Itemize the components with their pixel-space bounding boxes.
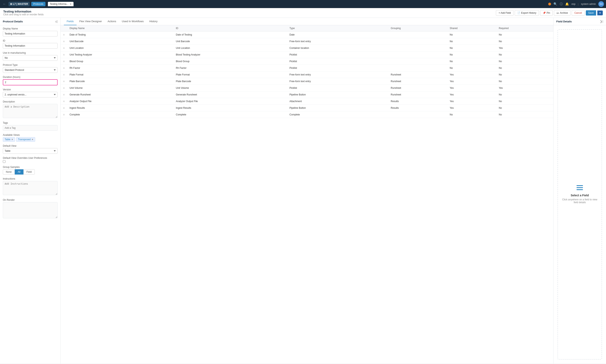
description-field: Description [3, 100, 57, 119]
table-row[interactable]: ≡ Analyzer Output File Analyzer Output F… [61, 98, 553, 105]
app-grid-icon: ⊞ [10, 3, 12, 5]
drag-handle-cell: ≡ [61, 85, 67, 91]
notifications-icon[interactable]: 🔔 [565, 2, 569, 6]
cell-shared: Yes [447, 105, 496, 111]
view-tag-transposed-label: Transposed [18, 138, 31, 141]
version-field: Version 2. unpinned versio... [3, 88, 57, 97]
table-row[interactable]: ≡ Plate Barcode Plate Barcode Free-form … [61, 78, 553, 85]
group-samples-none-button[interactable]: None [3, 169, 15, 175]
protocol-details-title: Protocol Details [3, 20, 23, 23]
table-row[interactable]: ≡ Plate Format Plate Format Free-form te… [61, 71, 553, 78]
export-history-button[interactable]: 📄 Export History [515, 10, 539, 16]
protocols-button[interactable]: Protocols [31, 2, 45, 6]
cell-shared: No [447, 31, 496, 38]
cell-display-name: Unit Volume [67, 85, 173, 91]
protocol-type-label: Protocol Type [3, 64, 57, 66]
drag-handle-cell: ≡ [61, 111, 67, 118]
add-field-button[interactable]: + Add Field [496, 10, 513, 16]
default-view-select[interactable]: Table Transposed [3, 148, 57, 154]
field-details-empty-state: Select a Field Click anywhere on a field… [558, 29, 602, 360]
nav-tab: Testing Informa... ✕ [48, 2, 73, 6]
instructions-textarea[interactable] [3, 181, 57, 195]
table-row[interactable]: ≡ Unit Volume Unit Volume Picklist Runsh… [61, 85, 553, 91]
save-dropdown-button[interactable]: ▼ [597, 11, 603, 15]
group-samples-all-button[interactable]: All [15, 169, 23, 175]
cell-grouping [388, 31, 447, 38]
nav-tab-close-icon[interactable]: ✕ [70, 3, 71, 5]
expand-panel-button[interactable]: ❯| [600, 20, 603, 23]
cell-display-name: Ingest Results [67, 105, 173, 111]
table-row[interactable]: ≡ Unit Testing Analyzer Blood Testing An… [61, 52, 553, 58]
on-render-textarea[interactable] [3, 202, 57, 218]
table-row[interactable]: ≡ Blood Group Blood Group Picklist No No [61, 58, 553, 65]
cell-required: No [496, 71, 553, 78]
group-samples-buttons: None All Field [3, 169, 57, 175]
id-input[interactable] [3, 43, 57, 49]
nav-right-section: 🔍 ⓘ 🔔 esp | system admin SA [548, 1, 604, 7]
use-in-manufacturing-select[interactable]: No Yes [3, 55, 57, 61]
cell-display-name: Blood Group [67, 58, 173, 65]
user-lang: esp [571, 3, 575, 5]
col-required: Required [496, 25, 553, 31]
archive-button[interactable]: 🗂 Archive [554, 10, 570, 16]
cell-type: Pipeline Button [287, 105, 388, 111]
table-row[interactable]: ≡ Complete Complete Complete No No [61, 111, 553, 118]
table-row[interactable]: ≡ Generate Runsheet Generate Runsheet Pi… [61, 91, 553, 98]
tags-input[interactable] [3, 125, 57, 131]
table-row[interactable]: ≡ Date of Testing Date of Testing Date N… [61, 31, 553, 38]
table-header: Display Name ID Type Grouping Shared Req… [61, 25, 553, 31]
tab-actions[interactable]: Actions [105, 18, 119, 25]
help-icon[interactable]: ⓘ [560, 2, 563, 6]
tab-history[interactable]: History [146, 18, 160, 25]
cell-shared: Yes [447, 78, 496, 85]
drag-handle-icon: ≡ [63, 33, 65, 36]
cell-id: Analyzer Output File [174, 98, 287, 105]
cell-grouping: Results [388, 105, 447, 111]
drag-handle-icon: ≡ [63, 40, 65, 43]
tab-used-in-workflows[interactable]: Used In Workflows [119, 18, 146, 25]
drag-handle-icon: ≡ [63, 86, 65, 90]
left-panel: Protocol Details ≤| Display Name ID Use … [0, 18, 61, 364]
cell-id: Rh Factor [174, 65, 287, 71]
save-button[interactable]: Save [586, 10, 596, 15]
duration-input[interactable] [3, 79, 57, 85]
table-row[interactable]: ≡ Unit Barcode Unit Barcode Free-form te… [61, 38, 553, 45]
drag-handle-cell: ≡ [61, 71, 67, 78]
tags-label: Tags [3, 121, 57, 124]
protocol-type-select[interactable]: Standard Protocol [3, 67, 57, 73]
cell-display-name: Unit Barcode [67, 38, 173, 45]
version-select[interactable]: 2. unpinned versio... [3, 92, 57, 97]
id-label: ID [3, 39, 57, 42]
group-samples-label: Group Samples [3, 166, 57, 169]
view-tag-table-remove[interactable]: ✕ [11, 138, 13, 141]
cell-required: No [496, 52, 553, 58]
cell-grouping [388, 65, 447, 71]
cancel-button[interactable]: Cancel [572, 10, 584, 16]
view-tag-transposed-remove[interactable]: ✕ [31, 138, 33, 141]
back-button[interactable]: ← [2, 1, 7, 7]
default-view-overrides-checkbox[interactable] [3, 160, 5, 163]
archive-icon: 🗂 [556, 12, 559, 14]
pin-button[interactable]: 📌 Pin [540, 10, 553, 16]
tab-fields[interactable]: Fields [64, 18, 77, 25]
main-layout: Protocol Details ≤| Display Name ID Use … [0, 18, 606, 364]
tags-field: Tags [3, 121, 57, 131]
field-details-header: Field Details ❯| [553, 18, 606, 25]
group-samples-field-button[interactable]: Field [23, 169, 35, 175]
tab-flex-view-designer[interactable]: Flex View Designer [77, 18, 105, 25]
table-row[interactable]: ≡ Rh Factor Rh Factor Picklist No No [61, 65, 553, 71]
cell-shared: No [447, 38, 496, 45]
fields-data-table: Display Name ID Type Grouping Shared Req… [61, 25, 553, 118]
description-textarea[interactable] [3, 104, 57, 118]
cell-shared: No [447, 65, 496, 71]
app-name-label: L7 | MASTER [13, 3, 28, 5]
view-tag-table-label: Table [5, 138, 11, 141]
search-icon[interactable]: 🔍 [553, 2, 557, 6]
table-row[interactable]: ≡ Ingest Results Ingest Results Pipeline… [61, 105, 553, 111]
view-tag-table: Table ✕ [3, 137, 15, 142]
collapse-panel-button[interactable]: ≤| [55, 20, 57, 23]
col-id: ID [174, 25, 287, 31]
display-name-input[interactable] [3, 31, 57, 37]
table-row[interactable]: ≡ Unit Location Unit Location Container … [61, 45, 553, 52]
user-avatar[interactable]: SA [598, 1, 604, 7]
